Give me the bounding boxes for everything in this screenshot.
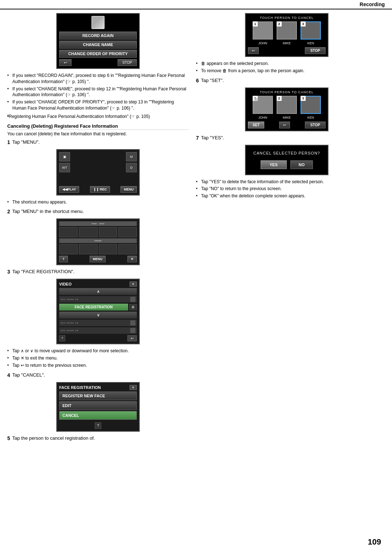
small-square [130, 297, 135, 302]
step1-row: 1 Tap "MENU". [7, 139, 189, 147]
person-ken2: 3 KEN [300, 96, 322, 119]
grid-cell [59, 244, 78, 254]
touch-label2: TOUCH PERSON TO CANCEL [248, 90, 326, 94]
grid-row2 [59, 244, 137, 254]
person-mike: 2 MIKE [276, 21, 298, 45]
back-icon[interactable]: ↩ [127, 335, 137, 341]
menu-btn-shortcut[interactable]: MENU [90, 256, 106, 262]
persons-row1: 1 JOHN 2 MIKE 3 KEN [248, 21, 326, 45]
stop-btn2[interactable]: STOP [305, 122, 326, 128]
step6-num: 6 [196, 78, 199, 83]
stop-btn[interactable]: STOP [118, 59, 137, 66]
avatar [91, 16, 105, 29]
face-reg-btn[interactable]: FACE REGISTRATION [59, 304, 128, 311]
dotted-row1: ▪▪▪ ▪▪▪▪▪ ▪▪ [59, 296, 137, 303]
confirm-text: CANCEL SELECTED PERSON? [249, 151, 324, 155]
step1-num: 1 [7, 139, 10, 145]
m-icon-box: M [126, 152, 137, 161]
trash-icon: 🗑 [254, 97, 258, 102]
close-btn[interactable]: ✕ [127, 256, 137, 262]
ken-thumb[interactable]: 3 [301, 21, 321, 40]
bullet-item: If you select "CHANGE ORDER OF PRIORITY"… [7, 99, 189, 111]
back-btn1[interactable]: ↩ [248, 47, 259, 54]
john-thumb[interactable]: 1 [253, 21, 273, 40]
page-header: Recording [0, 0, 392, 9]
bullet-item: Tap ∧ or ∨ to move upward or downward fo… [7, 348, 189, 354]
top-edit-screen-wrapper: RECORD AGAIN CHANGE NAME CHANGE ORDER OF… [7, 13, 189, 69]
ken-thumb2[interactable]: 3 [301, 96, 321, 114]
video-close-btn[interactable]: ✕ [130, 282, 137, 287]
grid-cell [99, 244, 117, 254]
stop-btn1[interactable]: STOP [305, 47, 326, 54]
set-btn[interactable]: SET [248, 122, 264, 128]
bullet-item: If you select "CHANGE NAME", proceed to … [7, 86, 189, 98]
mike-thumb2[interactable]: 2 [277, 96, 297, 114]
change-name-btn[interactable]: CHANGE NAME [59, 41, 137, 49]
bullet-item: "Registering Human Face Personal Authent… [7, 114, 189, 120]
change-priority-btn[interactable]: CHANGE ORDER OF PRIORITY [59, 50, 137, 58]
cancel-btn[interactable]: CANCEL [59, 411, 137, 420]
face-reg-title: FACE REGISTRATION [59, 385, 101, 390]
video-title: VIDEO [59, 282, 72, 286]
shortcut-bottom: ? MENU ✕ [59, 256, 137, 262]
mike-badge2: 2 [277, 96, 282, 101]
register-new-face-btn[interactable]: REGISTER NEW FACE [59, 391, 137, 400]
face-reg-menu-screen: FACE REGISTRATION ✕ REGISTER NEW FACE ED… [56, 382, 140, 432]
up-arrow-btn[interactable]: ∧ [59, 288, 137, 295]
person-john: 1 JOHN [252, 21, 274, 45]
mike-name: MIKE [276, 41, 298, 45]
face-reg-title-bar: FACE REGISTRATION ✕ [59, 385, 137, 390]
no-btn[interactable]: NO [290, 160, 313, 169]
rec-btn[interactable]: ❙❙ REC [90, 186, 110, 193]
step2-label: Tap "MENU" in the shortcut menu. [12, 209, 84, 214]
step4-label: Tap "CANCEL". [12, 372, 45, 378]
yes-btn[interactable]: YES [261, 160, 287, 169]
back-btn[interactable]: ↩ [59, 59, 72, 66]
persons-row2: 1 🗑 JOHN 2 MIKE 3 [248, 96, 326, 119]
john-badge: 1 [253, 21, 258, 26]
section-intro: You can cancel (delete) the face informa… [7, 131, 189, 136]
step5-num: 5 [7, 435, 10, 441]
record-again-btn[interactable]: RECORD AGAIN [59, 32, 137, 40]
question-btn[interactable]: ? [59, 256, 68, 262]
ken-badge2: 3 [301, 96, 306, 101]
person-john2: 1 🗑 JOHN [252, 96, 274, 119]
person-ken: 3 KEN [300, 21, 322, 45]
bullet-item: The shortcut menu appears. [7, 199, 189, 205]
john-thumb2[interactable]: 1 🗑 [253, 96, 273, 114]
confirm-bullets: Tap "YES" to delete the face information… [196, 179, 377, 199]
gear-icon[interactable]: ⚙ [129, 304, 137, 310]
grid-cell [79, 227, 97, 237]
video-bottom: ? ↩ [59, 335, 137, 341]
bullet-item: To remove 🗑 from a person, tap on the pe… [196, 68, 377, 74]
step1-label: Tap "MENU". [12, 139, 40, 145]
step2-row: 2 Tap "MENU" in the shortcut menu. [7, 209, 189, 216]
bullet-item: 🗑 appears on the selected person. [196, 61, 377, 67]
step2-screen-wrapper: ▪▪▪▪▪ ▪▪▪▪▪ ▪▪▪▪▪▪▪ ? MENU [7, 218, 189, 265]
down-arrow-btn[interactable]: ∨ [59, 312, 137, 319]
main-menu-screen: ▣ M WT D ◀◀PLAY ❙❙ REC MENU [56, 149, 140, 196]
ken-name: KEN [300, 41, 322, 45]
bullet-item: Tap ↩ to return to the previous screen. [7, 362, 189, 369]
page-title: Recording [360, 1, 385, 7]
menu-btn[interactable]: MENU [121, 186, 137, 193]
mike-thumb[interactable]: 2 [277, 21, 297, 40]
ken-badge: 3 [301, 21, 306, 26]
step4-screen-wrapper: FACE REGISTRATION ✕ REGISTER NEW FACE ED… [7, 382, 189, 432]
play-btn[interactable]: ◀◀PLAY [59, 186, 79, 193]
page-number: 109 [368, 537, 381, 547]
touch-label1: TOUCH PERSON TO CANCEL [248, 16, 326, 20]
person-mike2: 2 MIKE [276, 96, 298, 119]
edit-btn[interactable]: EDIT [59, 401, 137, 410]
face-reg-close[interactable]: ✕ [130, 385, 137, 390]
confirm-btn-row: YES NO [249, 160, 324, 169]
face-reg-row: FACE REGISTRATION ⚙ [59, 304, 137, 311]
question-btn[interactable]: ? [95, 422, 101, 429]
back-btn2[interactable]: ↩ [279, 122, 290, 128]
step4-row: 4 Tap "CANCEL". [7, 372, 189, 380]
grid-cell [118, 227, 137, 237]
up-arrow-row: ∧ [59, 288, 137, 295]
right-column: TOUCH PERSON TO CANCEL 1 JOHN 2 MIKE [196, 13, 377, 445]
question-icon[interactable]: ? [59, 335, 65, 341]
touch1-bullets: 🗑 appears on the selected person. To rem… [196, 61, 377, 74]
